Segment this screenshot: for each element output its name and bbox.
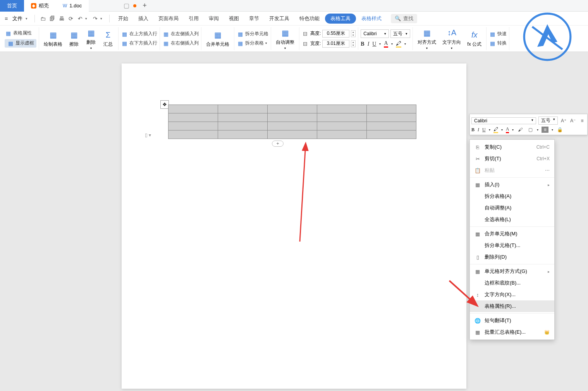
batch-icon: ▦ (475, 329, 481, 335)
ctx-split-table[interactable]: 拆分表格(A) (470, 190, 554, 202)
delete-button[interactable]: ▦删除▾ (83, 27, 99, 50)
document-table[interactable] (168, 105, 416, 139)
ctx-copy[interactable]: ⎘复制(C)Ctrl+C (470, 141, 554, 153)
mini-bold-button[interactable]: B (471, 127, 475, 133)
mini-format-painter-icon[interactable]: 🖌 (517, 127, 524, 132)
mini-highlight-button[interactable]: 🖍 (493, 127, 498, 133)
tab-document[interactable]: W 1.doc (56, 0, 89, 12)
menu-table-style[interactable]: 表格样式 (357, 15, 386, 22)
font-color-button[interactable]: A (384, 40, 388, 48)
ribbon: ▦表格属性 ▦显示虚框 ▦绘制表格 ▦擦除 ▦删除▾ Σ汇总 ▦在上方插入行 ▦… (0, 26, 588, 52)
menu-start[interactable]: 开始 (113, 15, 133, 22)
ctx-cell-align[interactable]: ▦单元格对齐方式(G)▸ (470, 266, 554, 277)
line-spacing-icon[interactable]: ≡ (579, 118, 586, 123)
redo-icon[interactable]: ↷ (91, 14, 100, 23)
col-width-input[interactable]: ⊟宽度: ▴▾ (302, 40, 356, 48)
menu-reference[interactable]: 引用 (184, 15, 203, 22)
summary-button[interactable]: Σ汇总 (100, 29, 116, 48)
ctx-insert[interactable]: ▦插入(I)▸ (470, 179, 554, 190)
tab-home[interactable]: 首页 (0, 0, 24, 12)
convert-button[interactable]: ▦转换 (489, 40, 507, 47)
draw-table-button[interactable]: ▦绘制表格 (41, 29, 65, 48)
menu-special[interactable]: 特色功能 (295, 15, 324, 22)
mini-size-select[interactable]: 五号▾ (538, 117, 558, 125)
grow-font-icon[interactable]: A⁺ (560, 118, 567, 123)
chevron-down-icon[interactable]: ▾ (26, 17, 31, 21)
ctx-cut[interactable]: ✂剪切(T)Ctrl+X (470, 153, 554, 165)
mini-underline-button[interactable]: U (482, 127, 486, 133)
row-height-input[interactable]: ⊟高度: ▴▾ (302, 30, 356, 38)
text-direction-button[interactable]: ↕A文字方向▾ (440, 27, 463, 50)
menu-insert[interactable]: 插入 (134, 15, 153, 22)
formula-button[interactable]: fxfx 公式 (465, 29, 484, 48)
table-move-handle[interactable]: ✥ (160, 100, 169, 109)
mini-lock-icon[interactable]: 🔒 (556, 127, 563, 132)
eraser-button[interactable]: ▦擦除 (66, 29, 82, 48)
width-icon: ⊟ (302, 40, 309, 47)
ctx-table-properties[interactable]: 表格属性(R)... (470, 300, 554, 312)
file-menu[interactable]: 文件 (10, 15, 25, 22)
table-properties-button[interactable]: ▦表格属性 (5, 30, 36, 37)
quick-button[interactable]: ▦快速 (489, 31, 507, 38)
ctx-text-direction[interactable]: ↕文字方向(X)... (470, 289, 554, 300)
mini-italic-button[interactable]: I (478, 127, 479, 133)
hamburger-icon[interactable]: ≡ (3, 15, 9, 22)
tab-daoke[interactable]: ◆ 稻壳 (24, 0, 56, 12)
ctx-split-cells[interactable]: 拆分单元格(T)... (470, 240, 554, 251)
font-size-select[interactable]: 五号▾ (390, 29, 410, 38)
insert-col-right-button[interactable]: ▦在右侧插入列 (162, 40, 199, 47)
bold-button[interactable]: B (361, 41, 364, 47)
split-cells-button[interactable]: ▦拆分单元格 (237, 31, 268, 38)
save-icon[interactable]: 🗀 (39, 14, 47, 23)
svg-line-0 (300, 144, 306, 242)
font-name-select[interactable]: Calibri▾ (361, 29, 389, 38)
ctx-border-shading[interactable]: 边框和底纹(B)... (470, 277, 554, 289)
insert-row-below-button[interactable]: ▦在下方插入行 (121, 40, 157, 47)
paragraph-mark-icon: ▯ ▾ (145, 132, 151, 138)
menu-table-tools[interactable]: 表格工具 (325, 14, 356, 24)
ctx-autofit[interactable]: 自动调整(A) (470, 202, 554, 214)
ctx-translate[interactable]: 🌐短句翻译(T) (470, 315, 554, 326)
table-row (168, 130, 416, 139)
print-preview-icon[interactable]: 🗐 (48, 14, 57, 23)
grid-icon: ▦ (475, 182, 481, 188)
page: ✥ + ▯ ▾ (122, 63, 466, 389)
search-box[interactable]: 🔍 查找 (391, 14, 417, 23)
refresh-icon[interactable]: ⟳ (67, 14, 75, 23)
mini-font-select[interactable]: Calibri▾ (471, 117, 536, 124)
daoke-icon: ◆ (31, 3, 36, 9)
insert-col-left-button[interactable]: ▦在左侧插入列 (162, 31, 199, 38)
table-row (168, 105, 416, 113)
align-button[interactable]: ▦对齐方式▾ (415, 27, 438, 50)
word-doc-icon: W (63, 3, 67, 9)
underline-button[interactable]: U (372, 41, 376, 47)
tab-status: ▢ (124, 2, 136, 9)
mini-border-icon[interactable]: ▢ (527, 127, 534, 132)
menu-section[interactable]: 章节 (244, 15, 264, 22)
highlight-button[interactable]: 🖍 (396, 40, 401, 48)
mini-font-color-button[interactable]: A (506, 126, 509, 133)
crown-icon: 👑 (544, 330, 550, 335)
autofit-button[interactable]: ▦自动调整▾ (273, 27, 297, 50)
ctx-batch-summary[interactable]: ▦批量汇总表格(E)...👑 (470, 326, 554, 338)
menu-review[interactable]: 审阅 (204, 15, 224, 22)
menu-devtools[interactable]: 开发工具 (265, 15, 294, 22)
show-virtual-border-button[interactable]: ▦显示虚框 (5, 39, 36, 48)
mini-align-icon[interactable]: ≡ (542, 127, 548, 133)
ctx-delete-col[interactable]: ▯删除列(D) (470, 251, 554, 263)
merge-cells-button[interactable]: ▦合并单元格 (204, 29, 232, 48)
screen-icon: ▢ (124, 2, 129, 9)
ctx-select-all-table[interactable]: 全选表格(L) (470, 214, 554, 225)
ctx-merge-cells[interactable]: ▦合并单元格(M) (470, 228, 554, 240)
add-row-button[interactable]: + (272, 141, 284, 147)
split-table-button[interactable]: ▦拆分表格▾ (237, 40, 268, 47)
delete-col-icon: ▯ (475, 254, 481, 260)
menu-view[interactable]: 视图 (224, 15, 244, 22)
menu-layout[interactable]: 页面布局 (154, 15, 183, 22)
undo-icon[interactable]: ↶ (76, 14, 84, 23)
italic-button[interactable]: I (368, 41, 370, 47)
print-icon[interactable]: 🖶 (57, 14, 66, 23)
shrink-font-icon[interactable]: A⁻ (569, 118, 576, 123)
add-tab-button[interactable]: + (136, 2, 153, 10)
insert-row-above-button[interactable]: ▦在上方插入行 (121, 31, 157, 38)
